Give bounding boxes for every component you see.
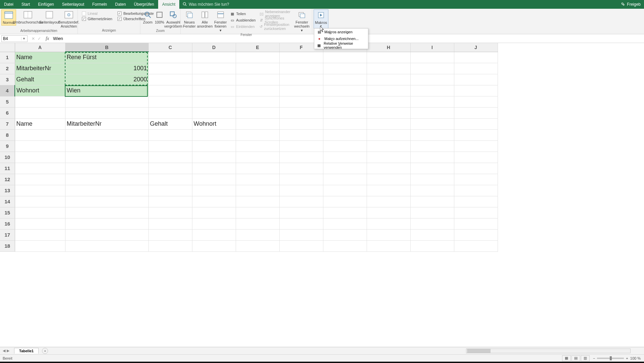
cell-B2[interactable]: 1001 [65, 63, 148, 74]
col-header-A[interactable]: A [15, 43, 65, 52]
cell-B5[interactable] [65, 96, 148, 107]
row-header-13[interactable]: 13 [0, 185, 15, 196]
cell-D14[interactable] [192, 196, 236, 207]
name-box-input[interactable] [2, 36, 21, 41]
cell-I13[interactable] [410, 185, 454, 196]
custom-views-button[interactable]: Benutzerdef. Ansichten [59, 9, 79, 29]
cell-F12[interactable] [279, 174, 323, 185]
cell-G15[interactable] [323, 207, 367, 218]
cell-E9[interactable] [236, 140, 279, 152]
cell-D8[interactable] [192, 129, 236, 140]
cell-A7[interactable]: Name [15, 118, 65, 129]
cell-I15[interactable] [410, 207, 454, 218]
cell-D12[interactable] [192, 174, 236, 185]
cell-D10[interactable] [192, 152, 236, 163]
cell-J10[interactable] [454, 152, 498, 163]
cell-C6[interactable] [148, 107, 192, 118]
sheet-tab-1[interactable]: Tabelle1 [14, 348, 39, 354]
cancel-formula-button[interactable]: ✕ [32, 36, 35, 41]
cell-E12[interactable] [236, 174, 279, 185]
cell-I16[interactable] [410, 218, 454, 229]
cell-C4[interactable] [148, 85, 192, 96]
cell-C16[interactable] [148, 218, 192, 229]
cell-F4[interactable] [279, 85, 323, 96]
cell-B7[interactable]: MitarbeiterNr [65, 118, 148, 129]
cell-J7[interactable] [454, 118, 498, 129]
nav-prev-icon[interactable]: ◀ [3, 349, 5, 353]
zoom-button[interactable]: Zoom [142, 9, 154, 25]
row-header-3[interactable]: 3 [0, 74, 15, 85]
cell-J4[interactable] [454, 85, 498, 96]
cell-B13[interactable] [65, 185, 148, 196]
col-header-D[interactable]: D [192, 43, 236, 52]
macros-button[interactable]: Makros ▼ [314, 9, 328, 29]
cell-D15[interactable] [192, 207, 236, 218]
tab-einfuegen[interactable]: Einfügen [34, 0, 58, 9]
cell-I8[interactable] [410, 129, 454, 140]
cell-G17[interactable] [323, 229, 367, 240]
cell-H12[interactable] [367, 174, 410, 185]
cell-F6[interactable] [279, 107, 323, 118]
cell-C13[interactable] [148, 185, 192, 196]
cell-D17[interactable] [192, 229, 236, 240]
cell-E10[interactable] [236, 152, 279, 163]
cell-H13[interactable] [367, 185, 410, 196]
cell-D4[interactable] [192, 85, 236, 96]
row-header-15[interactable]: 15 [0, 207, 15, 218]
row-header-10[interactable]: 10 [0, 152, 15, 163]
row-header-4[interactable]: 4 [0, 85, 15, 96]
cell-E18[interactable] [236, 240, 279, 251]
cell-H1[interactable] [367, 52, 410, 63]
cell-G7[interactable] [323, 118, 367, 129]
cell-A17[interactable] [15, 229, 65, 240]
hide-button[interactable]: ▭Ausblenden [230, 17, 256, 23]
cell-H3[interactable] [367, 74, 410, 85]
fx-icon[interactable]: fx [44, 36, 51, 41]
cell-F1[interactable] [279, 52, 323, 63]
cell-J5[interactable] [454, 96, 498, 107]
zoom-selection-button[interactable]: Auswahl vergrößern [165, 9, 181, 29]
cell-C2[interactable] [148, 63, 192, 74]
cell-I3[interactable] [410, 74, 454, 85]
cell-I11[interactable] [410, 163, 454, 174]
cell-H6[interactable] [367, 107, 410, 118]
cell-E14[interactable] [236, 196, 279, 207]
cell-I4[interactable] [410, 85, 454, 96]
tab-daten[interactable]: Daten [111, 0, 130, 9]
cell-G10[interactable] [323, 152, 367, 163]
cell-J3[interactable] [454, 74, 498, 85]
view-normal-button[interactable]: ▦ [562, 355, 571, 361]
cell-A16[interactable] [15, 218, 65, 229]
cell-B1[interactable]: Rene Fürst [65, 52, 148, 63]
cell-F5[interactable] [279, 96, 323, 107]
cell-B9[interactable] [65, 140, 148, 152]
cell-H7[interactable] [367, 118, 410, 129]
cell-F18[interactable] [279, 240, 323, 251]
zoom-in-button[interactable]: + [626, 356, 628, 360]
cell-B12[interactable] [65, 174, 148, 185]
cell-E2[interactable] [236, 63, 279, 74]
cell-I7[interactable] [410, 118, 454, 129]
cell-H16[interactable] [367, 218, 410, 229]
zoom-out-button[interactable]: − [593, 356, 595, 360]
cell-D3[interactable] [192, 74, 236, 85]
cell-H14[interactable] [367, 196, 410, 207]
cell-H8[interactable] [367, 129, 410, 140]
cell-J18[interactable] [454, 240, 498, 251]
cell-H4[interactable] [367, 85, 410, 96]
select-all-corner[interactable] [0, 43, 15, 52]
cell-A9[interactable] [15, 140, 65, 152]
cell-B14[interactable] [65, 196, 148, 207]
cell-B16[interactable] [65, 218, 148, 229]
cell-F11[interactable] [279, 163, 323, 174]
cell-C9[interactable] [148, 140, 192, 152]
row-header-11[interactable]: 11 [0, 163, 15, 174]
cell-J16[interactable] [454, 218, 498, 229]
cell-E11[interactable] [236, 163, 279, 174]
cell-B4[interactable]: Wien [65, 85, 148, 96]
col-header-H[interactable]: H [367, 43, 410, 52]
cell-G14[interactable] [323, 196, 367, 207]
cell-A15[interactable] [15, 207, 65, 218]
row-header-1[interactable]: 1 [0, 52, 15, 63]
view-pagelayout-button[interactable]: ▤ [571, 355, 580, 361]
